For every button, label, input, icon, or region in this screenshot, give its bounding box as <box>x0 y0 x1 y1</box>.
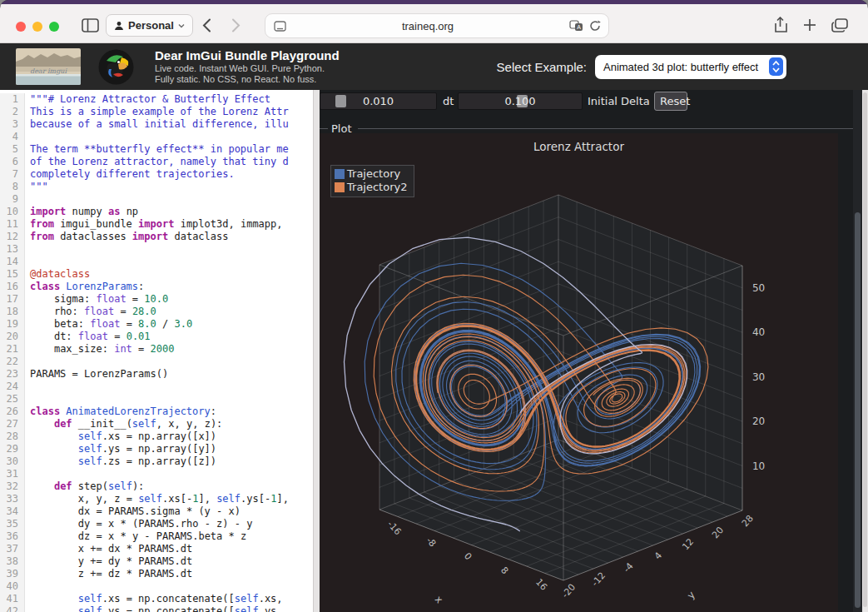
lorenz-3d-plot[interactable]: -16-80816-20-12-441220281020304050xy Lor… <box>320 133 838 612</box>
code-editor[interactable]: 1"""# Lorenz Attractor & Butterfly Effec… <box>0 90 313 612</box>
tick-label: -4 <box>622 560 636 575</box>
line-number: 6 <box>0 156 25 168</box>
legend-item-trajectory[interactable]: Trajectory <box>335 167 407 181</box>
browser-scrollbar[interactable] <box>862 90 868 612</box>
editor-splitter[interactable] <box>313 90 320 612</box>
app-tagline-1: Live code. Instant Web GUI. Pure Python. <box>155 63 340 74</box>
line-number: 21 <box>0 343 25 356</box>
new-tab-icon[interactable] <box>803 16 816 34</box>
translate-icon[interactable]: A <box>569 20 583 32</box>
reader-icon[interactable] <box>274 21 286 32</box>
select-example-label: Select Example: <box>497 60 587 74</box>
separator-line <box>358 128 853 129</box>
code-line: 20 dt: float = 0.01 <box>0 331 313 343</box>
code-line: 8""" <box>0 181 313 193</box>
tick-label: -16 <box>385 519 404 537</box>
code-line: 11from imgui_bundle import implot3d, imm… <box>0 218 313 231</box>
code-line: 4 <box>0 131 313 143</box>
tick-label: 50 <box>752 282 765 294</box>
tick-label: y <box>685 589 697 601</box>
browser-window: Personal traineq.org A <box>0 0 868 612</box>
line-number: 5 <box>0 143 25 156</box>
reset-button[interactable]: Reset <box>654 92 687 111</box>
line-number: 4 <box>0 131 25 143</box>
line-number: 15 <box>0 268 25 281</box>
line-number: 24 <box>0 381 25 393</box>
code-line: 33 x, y, z = self.xs[-1], self.ys[-1], <box>0 493 313 505</box>
sidebar-icon[interactable] <box>82 16 99 34</box>
code-line: 2This is a simple example of the Lorenz … <box>0 106 313 118</box>
reload-icon[interactable] <box>589 20 601 32</box>
code-line: 12from dataclasses import dataclass <box>0 231 313 243</box>
line-number: 20 <box>0 331 25 343</box>
code-line: 36 dz = x * y - PARAMS.beta * z <box>0 530 313 543</box>
tick-label: 20 <box>710 525 726 540</box>
line-number: 41 <box>0 593 25 605</box>
initial-delta-slider-value: 0.100 <box>459 95 582 107</box>
minimize-window-button[interactable] <box>32 22 42 32</box>
imgui-panel: 0.010 dt 0.100 Initial Delta Reset Plot … <box>320 90 868 612</box>
initial-delta-slider[interactable]: 0.100 <box>458 92 583 110</box>
plot-legend[interactable]: Trajectory Trajectory2 <box>330 165 414 197</box>
line-number: 33 <box>0 493 25 505</box>
code-line: 34 dx = PARAMS.sigma * (y - x) <box>0 505 313 518</box>
separator-line <box>320 128 328 129</box>
page-content: 1"""# Lorenz Attractor & Butterfly Effec… <box>0 90 868 612</box>
code-line: 32 def step(self): <box>0 480 313 493</box>
app-header: dear imgui Dear ImGui Bundle Playground … <box>0 43 868 90</box>
share-icon[interactable] <box>773 16 787 34</box>
tabs-overview-icon[interactable] <box>831 16 848 34</box>
line-number: 25 <box>0 393 25 406</box>
imgui-bundle-bird-logo <box>98 49 134 85</box>
browser-toolbar: Personal traineq.org A <box>0 4 868 43</box>
code-line: 16class LorenzParams: <box>0 281 313 293</box>
app-title-block: Dear ImGui Bundle Playground Live code. … <box>155 48 340 85</box>
code-line: 42 self.ys = np.concatenate([self.ys, <box>0 605 313 612</box>
svg-text:dear imgui: dear imgui <box>30 67 67 75</box>
profile-switcher[interactable]: Personal <box>106 14 193 37</box>
code-line: 3because of a small initial difference, … <box>0 118 313 131</box>
browser-scrollbar-thumb[interactable] <box>863 92 867 607</box>
dt-slider[interactable]: 0.010 <box>320 92 437 110</box>
code-line: 25 <box>0 393 313 406</box>
line-number: 13 <box>0 243 25 256</box>
dt-slider-label: dt <box>443 95 454 107</box>
example-select[interactable]: Animated 3d plot: butterfly effect <box>595 55 786 79</box>
line-number: 16 <box>0 281 25 293</box>
code-line: 10import numpy as np <box>0 206 313 218</box>
line-number: 12 <box>0 231 25 243</box>
back-button[interactable] <box>202 16 211 34</box>
imgui-scrollbar[interactable] <box>853 90 862 612</box>
line-number: 9 <box>0 193 25 206</box>
code-line: 37 x += dx * PARAMS.dt <box>0 543 313 555</box>
line-number: 18 <box>0 306 25 318</box>
code-line: 41 self.xs = np.concatenate([self.xs, <box>0 593 313 605</box>
tick-label: 40 <box>752 326 765 338</box>
line-number: 19 <box>0 318 25 331</box>
tick-label: -12 <box>589 570 608 589</box>
line-number: 26 <box>0 406 25 418</box>
address-bar[interactable]: traineq.org A <box>265 13 609 38</box>
legend-item-trajectory2[interactable]: Trajectory2 <box>335 181 407 194</box>
imgui-scrollbar-thumb[interactable] <box>855 212 861 608</box>
line-number: 31 <box>0 468 25 480</box>
plot-title: Lorenz Attractor <box>320 140 838 153</box>
tick-label: -8 <box>424 535 438 550</box>
line-number: 40 <box>0 580 25 593</box>
line-number: 32 <box>0 480 25 493</box>
close-window-button[interactable] <box>16 22 26 32</box>
code-line: 13 <box>0 243 313 256</box>
forward-button[interactable] <box>231 16 241 34</box>
svg-text:A: A <box>577 24 581 30</box>
tick-label: 16 <box>533 577 549 593</box>
code-line: 26class AnimatedLorenzTrajectory: <box>0 406 313 418</box>
line-number: 29 <box>0 443 25 455</box>
line-number: 28 <box>0 430 25 443</box>
code-line: 18 rho: float = 28.0 <box>0 306 313 318</box>
zoom-window-button[interactable] <box>49 22 59 32</box>
line-number: 35 <box>0 518 25 530</box>
code-line: 21 max_size: int = 2000 <box>0 343 313 356</box>
line-number: 37 <box>0 543 25 555</box>
line-number: 3 <box>0 118 25 131</box>
line-number: 42 <box>0 605 25 612</box>
